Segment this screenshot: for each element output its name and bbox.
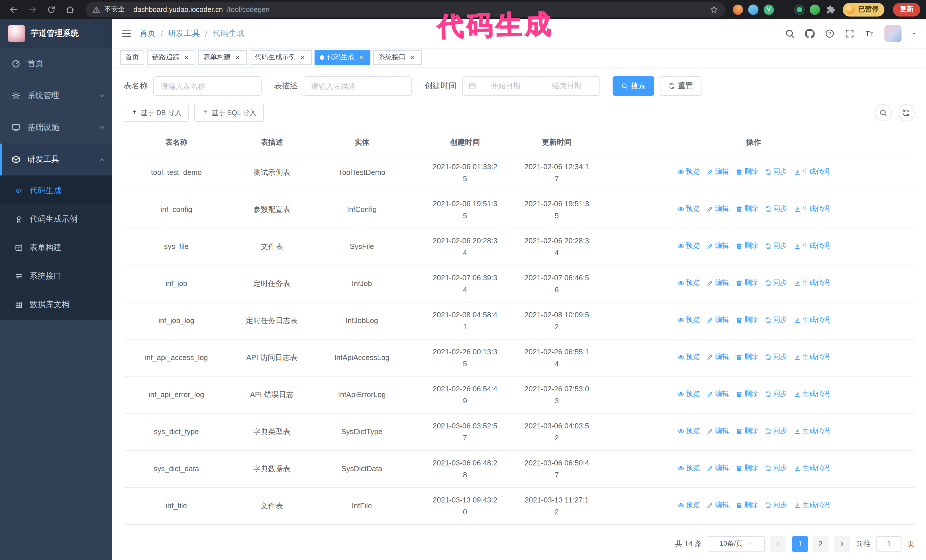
extension-icon-blue[interactable]	[748, 4, 758, 15]
sync-link[interactable]: 同步	[765, 203, 787, 215]
generate-code-link[interactable]: 生成代码	[794, 240, 830, 252]
browser-update-button[interactable]: 更新	[893, 3, 920, 16]
tab-close-icon[interactable]: ×	[182, 53, 190, 61]
next-page-button[interactable]	[834, 536, 850, 552]
avatar-caret-icon[interactable]	[911, 31, 917, 36]
delete-link[interactable]: 删除	[736, 425, 758, 437]
tab-form-build[interactable]: 表单构建×	[198, 50, 247, 65]
sidebar-item-codegen[interactable]: 代码生成	[0, 177, 112, 205]
bookmark-star-icon[interactable]	[710, 5, 719, 14]
extension-icon-orange[interactable]	[733, 4, 743, 15]
edit-link[interactable]: 编辑	[707, 166, 729, 178]
header-search-icon[interactable]	[785, 29, 795, 39]
preview-link[interactable]: 预览	[678, 388, 700, 400]
preview-link[interactable]: 预览	[678, 462, 700, 474]
sync-link[interactable]: 同步	[765, 351, 787, 363]
generate-code-link[interactable]: 生成代码	[794, 351, 830, 363]
preview-link[interactable]: 预览	[678, 166, 700, 178]
help-icon[interactable]	[825, 29, 835, 39]
extension-icon-dark[interactable]	[794, 4, 805, 15]
preview-link[interactable]: 预览	[678, 351, 700, 363]
preview-link[interactable]: 预览	[678, 499, 700, 511]
preview-link[interactable]: 预览	[678, 203, 700, 215]
sync-link[interactable]: 同步	[765, 425, 787, 437]
sync-link[interactable]: 同步	[765, 166, 787, 178]
edit-link[interactable]: 编辑	[707, 462, 729, 474]
delete-link[interactable]: 删除	[736, 351, 758, 363]
refresh-table-button[interactable]	[897, 104, 915, 121]
goto-page-input[interactable]	[876, 536, 902, 552]
font-size-icon[interactable]	[864, 29, 875, 39]
page-button-2[interactable]: 2	[813, 536, 829, 552]
edit-link[interactable]: 编辑	[707, 203, 729, 215]
edit-link[interactable]: 编辑	[707, 425, 729, 437]
tab-codegen-example[interactable]: 代码生成示例×	[250, 50, 312, 65]
tab-home[interactable]: 首页	[120, 50, 144, 65]
sync-link[interactable]: 同步	[765, 240, 787, 252]
sidebar-item-system[interactable]: 系统管理	[0, 80, 112, 112]
sync-link[interactable]: 同步	[765, 277, 787, 289]
edit-link[interactable]: 编辑	[707, 351, 729, 363]
tab-codegen[interactable]: 代码生成×	[315, 50, 371, 65]
preview-link[interactable]: 预览	[678, 314, 700, 326]
sidebar-item-devtools[interactable]: 研发工具	[0, 143, 112, 175]
edit-link[interactable]: 编辑	[707, 314, 729, 326]
prev-page-button[interactable]	[770, 536, 787, 552]
generate-code-link[interactable]: 生成代码	[794, 425, 830, 437]
user-avatar[interactable]	[884, 25, 902, 42]
delete-link[interactable]: 删除	[736, 462, 758, 474]
sidebar-item-home[interactable]: 首页	[0, 48, 112, 80]
generate-code-link[interactable]: 生成代码	[794, 499, 830, 511]
browser-reload-button[interactable]	[43, 2, 59, 17]
reset-button[interactable]: 重置	[660, 76, 702, 96]
generate-code-link[interactable]: 生成代码	[794, 203, 830, 215]
create-time-range-picker[interactable]: 开始日期 - 结束日期	[462, 76, 600, 96]
profile-sync-paused-chip[interactable]: 已暂停	[843, 3, 884, 16]
extension-icon-green[interactable]	[810, 4, 820, 15]
github-icon[interactable]	[805, 29, 815, 39]
sidebar-item-codegen-example[interactable]: 代码生成示例	[0, 205, 112, 234]
generate-code-link[interactable]: 生成代码	[794, 462, 830, 474]
sidebar-item-infra[interactable]: 基础设施	[0, 112, 112, 143]
sidebar-item-form-build[interactable]: 表单构建	[0, 234, 112, 262]
edit-link[interactable]: 编辑	[707, 388, 729, 400]
import-db-button[interactable]: 基于 DB 导入	[124, 104, 189, 122]
edit-link[interactable]: 编辑	[707, 277, 729, 289]
page-size-select[interactable]: 10条/页	[708, 536, 765, 552]
tab-close-icon[interactable]: ×	[234, 53, 242, 61]
extension-icon-grid[interactable]	[779, 4, 789, 15]
sidebar-toggle-button[interactable]	[121, 29, 132, 39]
toggle-search-button[interactable]	[875, 104, 892, 121]
preview-link[interactable]: 预览	[678, 425, 700, 437]
tab-api[interactable]: 系统接口×	[373, 50, 422, 65]
address-bar[interactable]: 不安全 dashboard.yudao.iocoder.cn/tool/code…	[85, 2, 725, 17]
sync-link[interactable]: 同步	[765, 499, 787, 511]
delete-link[interactable]: 删除	[736, 314, 758, 326]
generate-code-link[interactable]: 生成代码	[794, 314, 830, 326]
table-name-input[interactable]	[153, 76, 262, 96]
browser-home-button[interactable]	[62, 2, 78, 17]
breadcrumb-item-home[interactable]: 首页	[139, 29, 156, 39]
tab-close-icon[interactable]: ×	[299, 53, 307, 61]
generate-code-link[interactable]: 生成代码	[794, 277, 830, 289]
delete-link[interactable]: 删除	[736, 499, 758, 511]
delete-link[interactable]: 删除	[736, 388, 758, 400]
fullscreen-icon[interactable]	[844, 29, 855, 39]
sync-link[interactable]: 同步	[765, 314, 787, 326]
browser-forward-button[interactable]	[24, 2, 41, 17]
app-logo[interactable]: 芋道管理系统	[0, 20, 112, 48]
breadcrumb-item-devtools[interactable]: 研发工具	[168, 29, 200, 39]
sidebar-item-api[interactable]: 系统接口	[0, 262, 112, 291]
preview-link[interactable]: 预览	[678, 240, 700, 252]
import-sql-button[interactable]: 基于 SQL 导入	[195, 104, 263, 122]
edit-link[interactable]: 编辑	[707, 240, 729, 252]
tab-close-icon[interactable]: ×	[409, 53, 416, 61]
delete-link[interactable]: 删除	[736, 203, 758, 215]
generate-code-link[interactable]: 生成代码	[794, 388, 830, 400]
generate-code-link[interactable]: 生成代码	[794, 166, 830, 178]
edit-link[interactable]: 编辑	[707, 499, 729, 511]
preview-link[interactable]: 预览	[678, 277, 700, 289]
sidebar-item-db-doc[interactable]: 数据库文档	[0, 291, 112, 319]
delete-link[interactable]: 删除	[736, 240, 758, 252]
table-desc-input[interactable]	[304, 76, 412, 96]
